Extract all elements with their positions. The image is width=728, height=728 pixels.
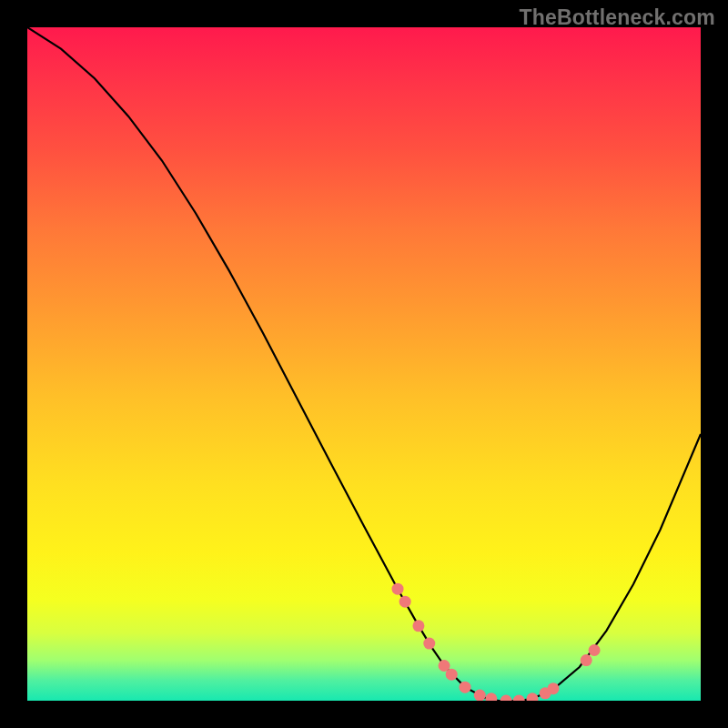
- data-marker: [581, 654, 592, 666]
- data-marker: [392, 583, 404, 595]
- data-marker: [412, 620, 424, 632]
- data-marker: [527, 693, 539, 701]
- chart-overlay: [27, 27, 701, 701]
- data-marker: [485, 693, 497, 701]
- bottleneck-curve: [27, 27, 701, 701]
- watermark-text: TheBottleneck.com: [519, 5, 715, 30]
- data-marker: [500, 695, 512, 702]
- data-marker: [547, 682, 559, 694]
- data-marker: [446, 669, 458, 681]
- data-marker: [589, 644, 601, 656]
- data-marker: [399, 596, 411, 608]
- data-marker: [513, 695, 525, 702]
- data-markers: [392, 583, 601, 701]
- data-marker: [460, 682, 471, 693]
- data-marker: [474, 690, 486, 701]
- data-marker: [423, 638, 435, 650]
